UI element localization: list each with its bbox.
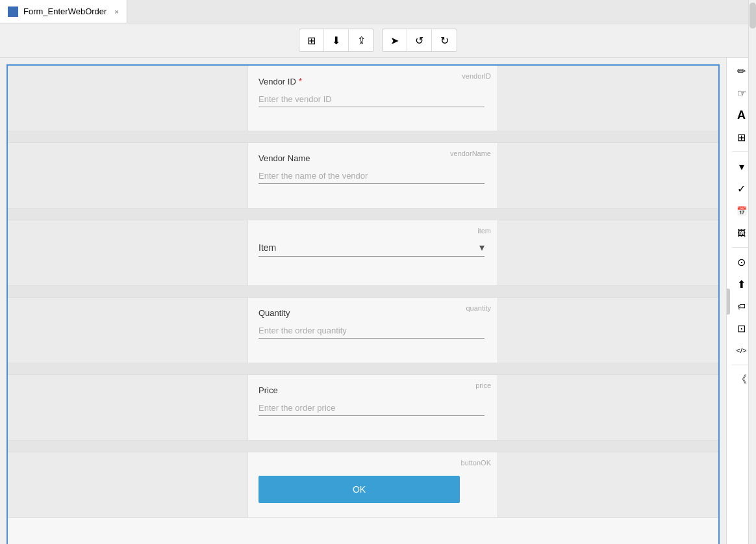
scrollbar-thumb[interactable] bbox=[750, 3, 756, 29]
pointer-icon: ☞ bbox=[737, 87, 746, 99]
calendar-icon: 📅 bbox=[737, 206, 747, 216]
button-ok-field-name: buttonOK bbox=[461, 459, 491, 467]
item-right-panel bbox=[498, 220, 718, 285]
price-center: price Price bbox=[248, 375, 498, 440]
quantity-center: quantity Quantity bbox=[248, 298, 498, 363]
tab-close-button[interactable]: × bbox=[114, 8, 118, 16]
upload-icon: ⬆ bbox=[737, 278, 746, 291]
ok-center: buttonOK OK bbox=[248, 452, 498, 517]
check-icon: ✓ bbox=[737, 183, 746, 195]
scrollbar[interactable] bbox=[748, 0, 756, 544]
quantity-row: quantity Quantity bbox=[8, 298, 718, 363]
ok-right-panel bbox=[498, 452, 718, 517]
price-input[interactable] bbox=[258, 400, 485, 416]
toolbar-group-1: ⊞ ⬇ ⇪ bbox=[299, 29, 374, 52]
item-left-panel bbox=[8, 220, 248, 285]
right-sidebar-handle[interactable] bbox=[727, 289, 730, 315]
vendor-name-right-panel bbox=[498, 143, 718, 208]
item-dropdown[interactable]: Item ▾ bbox=[258, 239, 485, 257]
vendor-id-row: vendorID Vendor ID * bbox=[8, 66, 718, 131]
vendor-name-left-panel bbox=[8, 143, 248, 208]
collapse-icon: 《 bbox=[737, 373, 747, 387]
item-center: item Item ▾ bbox=[248, 220, 498, 285]
quantity-input[interactable] bbox=[258, 323, 485, 339]
form-canvas: vendorID Vendor ID * vendorName Vendo bbox=[6, 64, 720, 544]
separator-4 bbox=[8, 363, 718, 375]
vendor-name-row: vendorName Vendor Name bbox=[8, 143, 718, 209]
vendor-id-label: Vendor ID * bbox=[258, 76, 485, 86]
edit-icon: ✏ bbox=[737, 65, 746, 77]
vendor-id-center: vendorID Vendor ID * bbox=[248, 66, 498, 131]
separator-3 bbox=[8, 286, 718, 298]
toolbar: ⊞ ⬇ ⇪ ➤ ↺ ↻ bbox=[0, 23, 756, 58]
separator-5 bbox=[8, 441, 718, 452]
vendor-id-required: * bbox=[299, 76, 302, 86]
canvas-area: vendorID Vendor ID * vendorName Vendo bbox=[0, 58, 726, 544]
grid-button[interactable]: ⊞ bbox=[299, 29, 324, 51]
quantity-field-name: quantity bbox=[466, 304, 491, 312]
separator-2 bbox=[8, 209, 718, 220]
code-icon: </> bbox=[737, 346, 747, 354]
tag-icon: 🏷 bbox=[737, 302, 746, 311]
main-layout: vendorID Vendor ID * vendorName Vendo bbox=[0, 58, 756, 544]
ok-button-row: buttonOK OK bbox=[8, 452, 718, 518]
frame-icon: ⊡ bbox=[737, 322, 746, 335]
price-row: price Price bbox=[8, 375, 718, 441]
vendor-id-field-name: vendorID bbox=[462, 72, 491, 80]
vendor-id-input[interactable] bbox=[258, 92, 485, 107]
quantity-right-panel bbox=[498, 298, 718, 363]
tab-title: Form_EnterWebOrder bbox=[23, 6, 107, 16]
image-icon: 🖼 bbox=[737, 228, 746, 238]
separator-1 bbox=[8, 131, 718, 143]
item-dropdown-arrow-icon: ▾ bbox=[479, 241, 485, 253]
ok-left-panel bbox=[8, 452, 248, 517]
price-right-panel bbox=[498, 375, 718, 440]
vendor-name-input[interactable] bbox=[258, 168, 485, 184]
tab-bar: Form_EnterWebOrder × bbox=[0, 0, 756, 23]
vendor-name-center: vendorName Vendor Name bbox=[248, 143, 498, 208]
table-icon: ⊞ bbox=[737, 131, 746, 144]
item-row: item Item ▾ bbox=[8, 220, 718, 286]
ok-button[interactable]: OK bbox=[258, 476, 460, 503]
send-button[interactable]: ➤ bbox=[383, 29, 407, 51]
vendor-id-left-panel bbox=[8, 66, 248, 131]
vendor-id-right-panel bbox=[498, 66, 718, 131]
dropdown-icon: ▾ bbox=[739, 161, 744, 173]
item-field-name: item bbox=[477, 227, 491, 235]
tab-form-enterweborg[interactable]: Form_EnterWebOrder × bbox=[0, 0, 127, 23]
price-field-name: price bbox=[475, 382, 491, 389]
redo-button[interactable]: ↻ bbox=[432, 29, 457, 51]
price-left-panel bbox=[8, 375, 248, 440]
toolbar-group-2: ➤ ↺ ↻ bbox=[382, 29, 457, 52]
text-icon: A bbox=[737, 109, 746, 122]
radio-icon: ⊙ bbox=[737, 256, 746, 268]
price-label: Price bbox=[258, 385, 485, 395]
share-button[interactable]: ⇪ bbox=[349, 29, 373, 51]
form-file-icon bbox=[8, 6, 18, 17]
download-button[interactable]: ⬇ bbox=[324, 29, 349, 51]
quantity-left-panel bbox=[8, 298, 248, 363]
vendor-name-field-name: vendorName bbox=[450, 149, 491, 157]
undo-button[interactable]: ↺ bbox=[407, 29, 432, 51]
quantity-label: Quantity bbox=[258, 308, 485, 318]
